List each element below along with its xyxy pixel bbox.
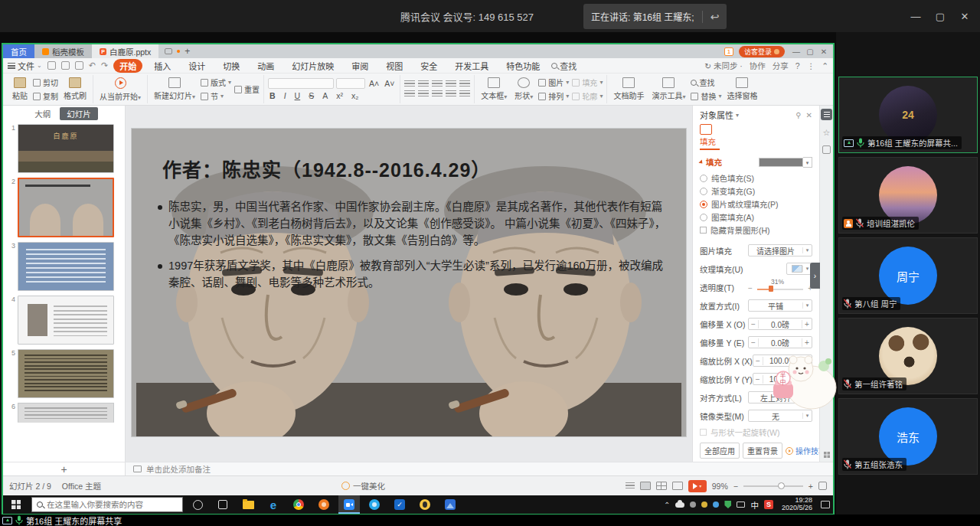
textbox-button[interactable]: 文本框▾ — [479, 77, 509, 101]
underline-button[interactable]: U — [293, 91, 302, 100]
slider-knob[interactable] — [769, 286, 773, 292]
align-left-icon[interactable] — [404, 90, 415, 98]
ribbon-tab-security[interactable]: 安全 — [414, 59, 443, 73]
taskbar-search[interactable] — [31, 497, 183, 512]
slide-thumbnail-4[interactable] — [18, 296, 114, 345]
slide-thumbnail-5[interactable] — [18, 349, 114, 398]
slide-thumbnail-2-selected[interactable] — [18, 178, 114, 237]
bullets-icon[interactable] — [404, 80, 415, 88]
ribbon-tab-features[interactable]: 特色功能 — [500, 59, 546, 73]
search-input[interactable] — [47, 500, 169, 509]
display-icon[interactable] — [737, 501, 745, 508]
sync-status[interactable]: ↻ 未同步 · — [704, 60, 743, 71]
outdent-icon[interactable] — [432, 80, 443, 88]
check-app-button[interactable]: ✓ — [389, 495, 410, 514]
placement-select[interactable]: 平铺▾ — [748, 299, 812, 312]
decrease-font-button[interactable]: A˅ — [383, 79, 396, 88]
login-button[interactable]: 访客登录 — [739, 46, 785, 57]
increase-font-button[interactable]: A˄ — [368, 79, 381, 88]
collapse-ribbon-button[interactable]: ⌃ — [822, 61, 828, 70]
participant-tile[interactable]: 培训组湛凯伦 — [838, 157, 978, 234]
notes-toggle-icon[interactable] — [626, 482, 635, 490]
reply-arrow-icon[interactable]: ↩ — [710, 11, 720, 23]
checkbox-hide-background[interactable]: 隐藏背景图形(H) — [700, 224, 812, 237]
section-button[interactable]: 节▾ — [201, 90, 231, 102]
wps-app-button[interactable] — [439, 495, 461, 514]
ribbon-tab-devtools[interactable]: 开发工具 — [449, 59, 495, 73]
close-button[interactable]: ✕ — [954, 11, 975, 22]
slideshow-play-button[interactable]: ▾ — [688, 480, 707, 492]
security-shield-icon[interactable] — [724, 501, 731, 508]
ribbon-tab-transition[interactable]: 切换 — [217, 59, 246, 73]
radio-solid-fill[interactable]: 纯色填充(S) — [700, 172, 812, 185]
participant-tile[interactable]: 24 第16组 王耀东的屏幕共... — [838, 77, 978, 153]
wps-restore-button[interactable]: ▢ — [804, 47, 816, 56]
copy-button[interactable]: 复制 — [33, 90, 58, 102]
tencent-meeting-button[interactable] — [338, 495, 360, 514]
slide-title[interactable]: 作者：陈忠实（1942.8--2016.4.29） — [162, 155, 491, 182]
replace-button[interactable]: 替换▾ — [691, 90, 721, 102]
ribbon-tab-design[interactable]: 设计 — [182, 59, 211, 73]
normal-view-icon[interactable] — [640, 482, 651, 490]
mirror-select[interactable]: 无▾ — [748, 410, 812, 422]
new-tab-button[interactable]: + — [185, 46, 190, 57]
notes-bar[interactable]: 单击此处添加备注 — [126, 462, 833, 475]
line-spacing-icon[interactable] — [459, 80, 470, 88]
save-icon[interactable] — [47, 61, 56, 70]
slide-sorter-icon[interactable] — [656, 482, 667, 490]
start-button[interactable] — [5, 495, 28, 514]
tab-docer[interactable]: 稻壳模板 — [34, 44, 92, 58]
chrome-button[interactable] — [288, 495, 309, 514]
preview-icon[interactable] — [75, 61, 83, 70]
participant-tile[interactable]: 浩东 第五组张浩东 — [838, 398, 978, 475]
tab-outline[interactable]: 大纲 — [30, 107, 55, 120]
find-ribbon-button[interactable]: 查找 — [691, 77, 721, 88]
close-panel-icon[interactable]: ✕ — [806, 111, 812, 119]
ribbon-tab-slideshow[interactable]: 幻灯片放映 — [286, 59, 340, 73]
print-icon[interactable] — [61, 61, 70, 70]
apply-all-button[interactable]: 全部应用 — [700, 443, 740, 459]
file-explorer-button[interactable] — [237, 495, 259, 514]
picture-button[interactable]: 图片▾ — [538, 77, 569, 88]
collapse-panel-chevron[interactable]: › — [810, 263, 820, 289]
reset-background-button[interactable]: 重置背景 — [743, 443, 782, 459]
tray-app-icon[interactable] — [690, 501, 696, 508]
tray-app-icon[interactable] — [713, 501, 719, 508]
slider-minus[interactable]: − — [748, 284, 753, 292]
help-button[interactable]: ? — [795, 61, 800, 70]
ribbon-tab-animation[interactable]: 动画 — [251, 59, 280, 73]
tray-expand-icon[interactable]: ⌃ — [664, 501, 670, 509]
tray-app-icon[interactable] — [701, 501, 707, 508]
qq-button[interactable] — [414, 495, 436, 514]
font-color-button[interactable]: A — [321, 91, 329, 100]
transparency-slider[interactable]: 31% − + — [748, 279, 812, 295]
taskbar-clock[interactable]: 19:28 2020/5/26 — [779, 497, 815, 512]
slide-thumbnail-3[interactable] — [18, 242, 114, 291]
file-menu[interactable]: 文件⌄ — [8, 60, 42, 72]
collab-button[interactable]: 协作 — [750, 60, 766, 71]
bold-button[interactable]: B — [268, 91, 277, 100]
subscript-button[interactable]: x₂ — [350, 91, 360, 100]
add-slide-button[interactable]: + — [3, 462, 126, 475]
ime-indicator[interactable]: 中 — [750, 499, 759, 511]
theme-name[interactable]: Office 主题 — [62, 480, 101, 492]
radio-gradient-fill[interactable]: 渐变填充(G) — [700, 185, 812, 198]
paste-button[interactable]: 粘贴 — [10, 77, 30, 101]
minimize-button[interactable]: — — [905, 11, 926, 22]
wps-close-button[interactable]: ✕ — [818, 47, 830, 56]
numbering-icon[interactable] — [418, 80, 429, 88]
strike-button[interactable]: S — [307, 91, 315, 100]
texture-fill-select[interactable]: ▾ — [786, 263, 812, 275]
font-name-select[interactable] — [268, 78, 334, 89]
new-slide-button[interactable]: 新建幻灯片▾ — [152, 77, 198, 101]
fit-window-icon[interactable] — [818, 482, 827, 490]
zoom-level[interactable]: 99% — [712, 482, 728, 491]
find-button[interactable]: 查找 — [551, 60, 577, 72]
picture-fill-select[interactable]: 请选择图片▾ — [748, 244, 812, 256]
pin-icon[interactable]: ⚲ — [795, 111, 801, 119]
shape-button[interactable]: 形状▾ — [512, 77, 535, 101]
radio-pattern-fill[interactable]: 图案填充(A) — [700, 211, 812, 224]
align-right-icon[interactable] — [432, 90, 443, 98]
fill-color-swatch[interactable] — [759, 158, 803, 167]
ribbon-tab-insert[interactable]: 插入 — [148, 59, 177, 73]
